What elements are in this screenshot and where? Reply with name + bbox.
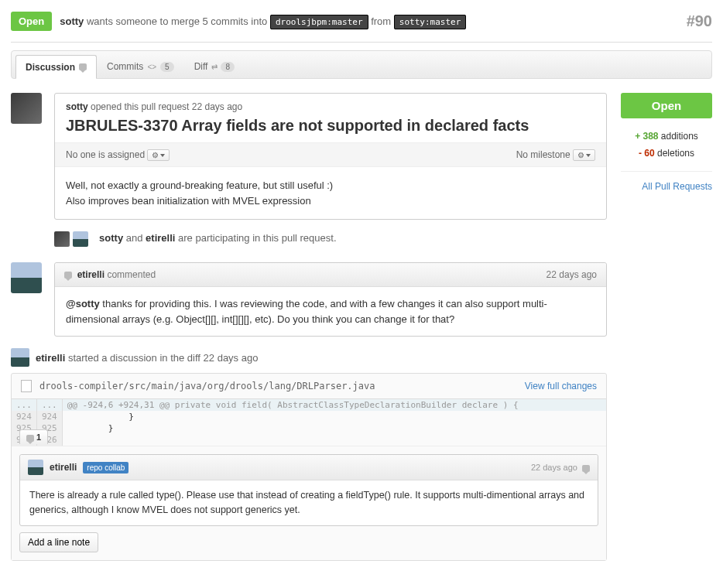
head-branch[interactable]: sotty:master bbox=[394, 15, 466, 29]
diff-icon: ⇄ bbox=[211, 63, 217, 71]
pr-title: JBRULES-3370 Array fields are not suppor… bbox=[66, 117, 595, 135]
participants-line: sotty and etirelli are participating in … bbox=[54, 231, 607, 247]
code-icon: <> bbox=[147, 63, 156, 71]
assignee-info: No one is assigned ⚙ bbox=[66, 149, 170, 160]
mention[interactable]: @sotty bbox=[66, 298, 100, 309]
comment-body: @sotty thanks for providing this. I was … bbox=[55, 287, 606, 336]
comment-header: etirelli commented 22 days ago bbox=[55, 263, 606, 287]
comment-icon bbox=[26, 435, 34, 442]
view-full-changes-link[interactable]: View full changes bbox=[525, 381, 597, 391]
code-line bbox=[62, 434, 606, 446]
participant-link[interactable]: sotty bbox=[99, 232, 123, 244]
timestamp: 22 days ago bbox=[192, 101, 242, 112]
file-path: drools-compiler/src/main/java/org/drools… bbox=[39, 381, 517, 391]
timestamp: 22 days ago bbox=[204, 352, 259, 364]
avatar[interactable] bbox=[28, 460, 43, 475]
pr-body: Well, not exactly a ground-breaking feat… bbox=[55, 167, 606, 219]
pr-header: Open sotty wants someone to merge 5 comm… bbox=[11, 8, 712, 43]
add-line-note-button[interactable]: Add a line note bbox=[19, 532, 98, 552]
pr-author[interactable]: sotty bbox=[60, 15, 84, 27]
base-branch[interactable]: droolsjbpm:master bbox=[270, 15, 368, 29]
inline-comment: etirelli repo collab 22 days ago There i… bbox=[19, 454, 598, 526]
header-text: sotty wants someone to merge 5 commits i… bbox=[60, 15, 686, 27]
milestone-gear-button[interactable]: ⚙ bbox=[573, 149, 595, 161]
tab-discussion[interactable]: Discussion bbox=[15, 55, 97, 79]
assignee-gear-button[interactable]: ⚙ bbox=[147, 149, 170, 161]
discussion-author[interactable]: etirelli bbox=[36, 352, 65, 364]
issue-number: #90 bbox=[687, 12, 712, 30]
all-pull-requests-link[interactable]: All Pull Requests bbox=[621, 171, 712, 192]
participant-link[interactable]: etirelli bbox=[146, 232, 175, 244]
avatar[interactable] bbox=[11, 262, 42, 293]
sidebar: Open + 388 additions - 60 deletions All … bbox=[621, 93, 712, 573]
pr-author-link[interactable]: sotty bbox=[66, 101, 88, 112]
pr-meta: sotty opened this pull request 22 days a… bbox=[66, 101, 595, 112]
timestamp: 22 days ago bbox=[547, 269, 597, 280]
code-line: } bbox=[62, 422, 606, 434]
inline-comment-author[interactable]: etirelli bbox=[50, 462, 77, 473]
comment-item: etirelli commented 22 days ago @sotty th… bbox=[11, 262, 607, 337]
tab-commits[interactable]: Commits <> 5 bbox=[97, 55, 184, 78]
additions-stat: + 388 additions bbox=[621, 128, 712, 145]
diff-table: ......@@ -924,6 +924,31 @@ private void … bbox=[12, 399, 606, 446]
hunk-header: @@ -924,6 +924,31 @@ private void field(… bbox=[62, 399, 606, 411]
file-icon bbox=[21, 380, 32, 392]
timestamp: 22 days ago bbox=[531, 463, 590, 472]
tabs-bar: Discussion Commits <> 5 Diff ⇄ 8 bbox=[11, 50, 712, 79]
discussion-header: etirelli started a discussion in the dif… bbox=[11, 348, 607, 367]
diff-file-box: drools-compiler/src/main/java/org/drools… bbox=[11, 373, 607, 561]
inline-comment-body: There is already a rule called type(). P… bbox=[20, 480, 598, 525]
tab-diff[interactable]: Diff ⇄ 8 bbox=[184, 55, 245, 78]
avatar[interactable] bbox=[11, 93, 42, 124]
status-badge: Open bbox=[11, 12, 52, 31]
participant-avatar[interactable] bbox=[54, 231, 70, 247]
code-line: } bbox=[62, 411, 606, 422]
comment-count-tab[interactable]: 1 bbox=[19, 429, 48, 444]
comment-icon bbox=[79, 63, 87, 70]
repo-collab-badge: repo collab bbox=[83, 462, 128, 473]
milestone-info: No milestone ⚙ bbox=[516, 149, 595, 160]
comment-icon bbox=[64, 272, 72, 279]
pr-opening: sotty opened this pull request 22 days a… bbox=[11, 93, 607, 220]
comment-icon bbox=[582, 465, 590, 472]
sidebar-status-badge: Open bbox=[621, 93, 712, 118]
deletions-stat: - 60 deletions bbox=[621, 145, 712, 162]
participant-avatar[interactable] bbox=[73, 231, 88, 247]
avatar[interactable] bbox=[11, 348, 29, 367]
comment-author[interactable]: etirelli bbox=[77, 269, 105, 280]
